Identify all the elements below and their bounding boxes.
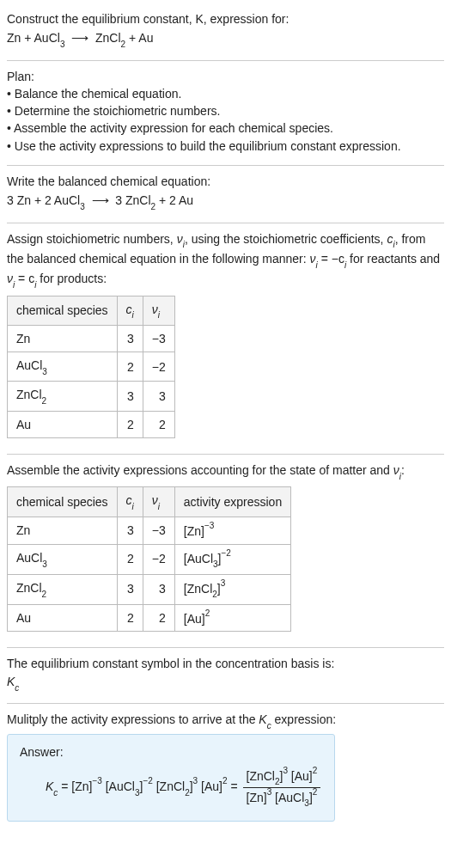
stoich-heading: Assign stoichiometric numbers, νi, using…: [7, 230, 444, 290]
stoich-section: Assign stoichiometric numbers, νi, using…: [7, 227, 444, 450]
exp: −2: [143, 776, 152, 785]
sub-2: 2: [121, 40, 126, 49]
table-row: AuCl3 2 −2 [AuCl3]−2: [8, 544, 291, 574]
t: [Zn]: [247, 790, 267, 804]
th-species: chemical species: [8, 487, 118, 517]
bal-lhs: 3 Zn + 2 AuCl: [7, 193, 80, 207]
cell-ci: 2: [117, 604, 143, 632]
sub-i: i: [344, 260, 346, 270]
exp: 3: [221, 578, 226, 588]
th-activity: activity expression: [174, 487, 290, 517]
cell-species: ZnCl2: [8, 382, 118, 411]
intro-section: Construct the equilibrium constant, K, e…: [7, 7, 444, 57]
t: AuCl: [16, 551, 42, 565]
cell-ci: 3: [117, 517, 143, 544]
multiply-section: Mulitply the activity expressions to arr…: [7, 707, 444, 828]
divider: [7, 647, 444, 648]
basis-section: The equilibrium constant symbol in the c…: [7, 651, 444, 700]
sub: 3: [42, 367, 47, 376]
t: K: [259, 712, 266, 726]
exp: 3: [193, 776, 198, 785]
exp: 3: [267, 787, 272, 797]
th-species: chemical species: [8, 296, 118, 325]
cell-species: ZnCl2: [8, 574, 118, 604]
t: = [Zn]: [58, 779, 92, 793]
sub-2: 2: [151, 202, 156, 211]
table-row: Au 2 2 [Au]2: [8, 604, 291, 632]
answer-equation: Kc = [Zn]−3 [AuCl3]−2 [ZnCl2]3 [Au]2 = […: [20, 767, 322, 809]
table-row: ZnCl2 3 3: [8, 382, 175, 411]
numerator: [ZnCl2]3 [Au]2: [243, 767, 321, 788]
sub-i: i: [132, 502, 134, 511]
t: ]: [218, 551, 222, 565]
cell-activity: [Zn]−3: [174, 517, 290, 544]
t: [Zn]: [184, 523, 204, 537]
cell-vi: −2: [143, 544, 174, 574]
intro-text: Construct the equilibrium constant, K, e…: [7, 12, 289, 26]
th-vi: νi: [143, 296, 174, 325]
exp: 2: [205, 608, 210, 618]
sub: 3: [304, 798, 309, 808]
sub: 2: [212, 590, 217, 599]
plan-bullet: • Balance the chemical equation.: [7, 85, 444, 102]
t: = c: [15, 272, 34, 285]
th-vi: νi: [143, 487, 174, 517]
t: [AuCl: [184, 551, 213, 565]
cell-activity: [Au]2: [174, 604, 290, 632]
th-ci: ci: [117, 487, 143, 517]
sub-i: i: [393, 240, 394, 249]
t: ν: [152, 493, 158, 507]
balanced-section: Write the balanced chemical equation: 3 …: [7, 169, 444, 219]
sub-i: i: [13, 280, 15, 290]
table-header-row: chemical species ci νi: [8, 296, 175, 325]
nu: ν: [7, 272, 13, 285]
t: [ZnCl: [184, 581, 212, 595]
cell-vi: −2: [143, 352, 174, 382]
sub-3: 3: [80, 202, 85, 211]
cell-ci: 2: [117, 411, 143, 437]
nu: ν: [310, 252, 316, 266]
exp: −3: [204, 521, 214, 530]
t: , using the stoichiometric coefficients,: [185, 232, 387, 246]
exp: 3: [283, 766, 288, 775]
t: :: [401, 463, 405, 477]
sub: 2: [42, 590, 47, 599]
plan-bullet: • Assemble the activity expression for e…: [7, 119, 444, 137]
sub: 3: [42, 559, 47, 569]
sub: c: [267, 721, 271, 730]
t: Assign stoichiometric numbers,: [7, 232, 177, 246]
sub: 3: [135, 788, 140, 798]
divider: [7, 703, 444, 704]
cell-vi: 3: [143, 382, 174, 411]
balanced-heading: Write the balanced chemical equation:: [7, 173, 444, 190]
eq-lhs: Zn + AuCl: [7, 31, 60, 45]
cell-ci: 3: [117, 325, 143, 351]
table-row: Zn 3 −3: [8, 325, 175, 351]
divider: [7, 165, 444, 166]
sub-i: i: [158, 310, 160, 320]
cell-ci: 3: [117, 574, 143, 604]
denominator: [Zn]3 [AuCl3]2: [243, 788, 321, 809]
nu: ν: [393, 463, 399, 477]
sub: 2: [275, 777, 280, 786]
exp: 2: [313, 787, 318, 797]
cell-activity: [AuCl3]−2: [174, 544, 290, 574]
t: = −c: [318, 252, 344, 266]
t: c: [126, 303, 132, 316]
cell-species: AuCl3: [8, 352, 118, 382]
unbalanced-equation: Zn + AuCl3 ⟶ ZnCl2 + Au: [7, 29, 444, 49]
basis-symbol: Kc: [7, 673, 444, 693]
cell-vi: 2: [143, 411, 174, 437]
eq-rhs: ZnCl: [95, 31, 121, 45]
t: [AuCl: [271, 790, 304, 804]
t: [ZnCl: [153, 779, 185, 793]
table-header-row: chemical species ci νi activity expressi…: [8, 487, 291, 517]
t: K: [7, 675, 15, 688]
t: for reactants and: [346, 252, 440, 266]
bal-tail: + 2 Au: [155, 193, 193, 207]
plan-bullet: • Determine the stoichiometric numbers.: [7, 102, 444, 119]
t: [Au]: [198, 779, 222, 793]
balanced-equation: 3 Zn + 2 AuCl3 ⟶ 3 ZnCl2 + 2 Au: [7, 192, 444, 211]
t: Assemble the activity expressions accoun…: [7, 463, 393, 477]
plan-bullet: • Use the activity expressions to build …: [7, 138, 444, 155]
